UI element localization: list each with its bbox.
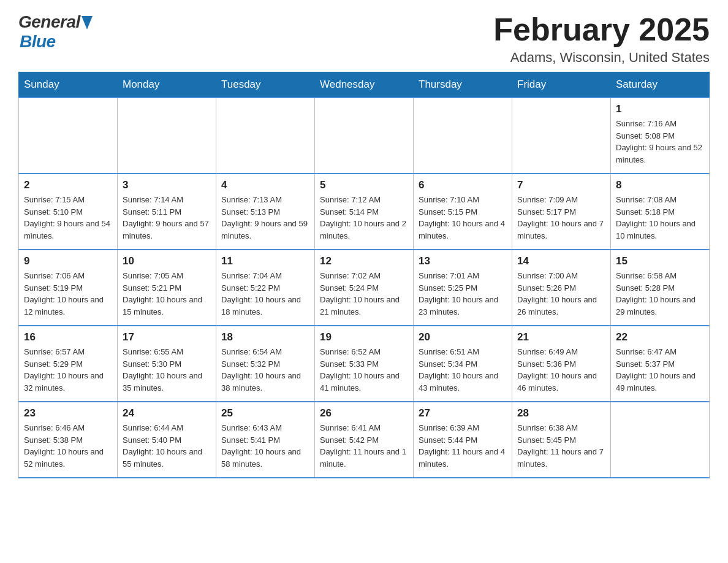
calendar-cell: 9Sunrise: 7:06 AMSunset: 5:19 PMDaylight… xyxy=(19,250,118,326)
calendar-week-3: 9Sunrise: 7:06 AMSunset: 5:19 PMDaylight… xyxy=(19,250,710,326)
calendar-cell: 22Sunrise: 6:47 AMSunset: 5:37 PMDayligh… xyxy=(611,326,710,402)
day-info: Sunrise: 7:01 AMSunset: 5:25 PMDaylight:… xyxy=(419,270,507,318)
calendar-cell: 16Sunrise: 6:57 AMSunset: 5:29 PMDayligh… xyxy=(19,326,118,402)
calendar-cell xyxy=(611,402,710,478)
calendar-cell: 7Sunrise: 7:09 AMSunset: 5:17 PMDaylight… xyxy=(512,174,611,250)
day-info: Sunrise: 7:02 AMSunset: 5:24 PMDaylight:… xyxy=(320,270,408,318)
calendar-cell: 25Sunrise: 6:43 AMSunset: 5:41 PMDayligh… xyxy=(216,402,315,478)
day-info: Sunrise: 7:14 AMSunset: 5:11 PMDaylight:… xyxy=(123,194,211,242)
calendar-cell: 19Sunrise: 6:52 AMSunset: 5:33 PMDayligh… xyxy=(315,326,414,402)
day-number: 15 xyxy=(616,255,704,267)
calendar-cell: 8Sunrise: 7:08 AMSunset: 5:18 PMDaylight… xyxy=(611,174,710,250)
day-info: Sunrise: 7:08 AMSunset: 5:18 PMDaylight:… xyxy=(616,194,704,242)
calendar-cell xyxy=(216,98,315,174)
day-info: Sunrise: 6:49 AMSunset: 5:36 PMDaylight:… xyxy=(517,346,605,394)
calendar-cell: 2Sunrise: 7:15 AMSunset: 5:10 PMDaylight… xyxy=(19,174,118,250)
day-info: Sunrise: 7:13 AMSunset: 5:13 PMDaylight:… xyxy=(221,194,309,242)
day-number: 27 xyxy=(419,407,507,419)
day-number: 23 xyxy=(24,407,112,419)
day-info: Sunrise: 6:58 AMSunset: 5:28 PMDaylight:… xyxy=(616,270,704,318)
calendar-cell xyxy=(118,98,216,174)
weekday-header-monday: Monday xyxy=(118,72,216,98)
calendar-cell: 24Sunrise: 6:44 AMSunset: 5:40 PMDayligh… xyxy=(118,402,216,478)
weekday-header-wednesday: Wednesday xyxy=(315,72,414,98)
calendar-header-row: SundayMondayTuesdayWednesdayThursdayFrid… xyxy=(19,72,710,98)
day-info: Sunrise: 7:06 AMSunset: 5:19 PMDaylight:… xyxy=(24,270,112,318)
calendar-cell: 11Sunrise: 7:04 AMSunset: 5:22 PMDayligh… xyxy=(216,250,315,326)
weekday-header-tuesday: Tuesday xyxy=(216,72,315,98)
day-info: Sunrise: 6:43 AMSunset: 5:41 PMDaylight:… xyxy=(221,422,309,470)
title-area: February 2025 Adams, Wisconsin, United S… xyxy=(493,12,710,66)
day-number: 13 xyxy=(419,255,507,267)
calendar-week-5: 23Sunrise: 6:46 AMSunset: 5:38 PMDayligh… xyxy=(19,402,710,478)
day-info: Sunrise: 6:51 AMSunset: 5:34 PMDaylight:… xyxy=(419,346,507,394)
day-info: Sunrise: 6:55 AMSunset: 5:30 PMDaylight:… xyxy=(123,346,211,394)
day-number: 21 xyxy=(517,331,605,343)
day-number: 16 xyxy=(24,331,112,343)
calendar-cell: 14Sunrise: 7:00 AMSunset: 5:26 PMDayligh… xyxy=(512,250,611,326)
month-title: February 2025 xyxy=(493,12,710,47)
calendar-cell: 23Sunrise: 6:46 AMSunset: 5:38 PMDayligh… xyxy=(19,402,118,478)
weekday-header-saturday: Saturday xyxy=(611,72,710,98)
day-info: Sunrise: 7:09 AMSunset: 5:17 PMDaylight:… xyxy=(517,194,605,242)
day-number: 7 xyxy=(517,179,605,191)
calendar-cell xyxy=(512,98,611,174)
day-info: Sunrise: 7:04 AMSunset: 5:22 PMDaylight:… xyxy=(221,270,309,318)
day-number: 14 xyxy=(517,255,605,267)
day-number: 17 xyxy=(123,331,211,343)
calendar-cell: 13Sunrise: 7:01 AMSunset: 5:25 PMDayligh… xyxy=(414,250,512,326)
calendar-cell: 4Sunrise: 7:13 AMSunset: 5:13 PMDaylight… xyxy=(216,174,315,250)
day-info: Sunrise: 6:44 AMSunset: 5:40 PMDaylight:… xyxy=(123,422,211,470)
weekday-header-thursday: Thursday xyxy=(414,72,512,98)
day-info: Sunrise: 7:12 AMSunset: 5:14 PMDaylight:… xyxy=(320,194,408,242)
day-info: Sunrise: 6:57 AMSunset: 5:29 PMDaylight:… xyxy=(24,346,112,394)
logo-blue-text: Blue xyxy=(20,32,56,51)
weekday-header-sunday: Sunday xyxy=(19,72,118,98)
day-number: 3 xyxy=(123,179,211,191)
svg-marker-0 xyxy=(82,16,93,29)
day-info: Sunrise: 6:46 AMSunset: 5:38 PMDaylight:… xyxy=(24,422,112,470)
day-number: 11 xyxy=(221,255,309,267)
calendar-cell: 17Sunrise: 6:55 AMSunset: 5:30 PMDayligh… xyxy=(118,326,216,402)
calendar-cell xyxy=(315,98,414,174)
weekday-header-friday: Friday xyxy=(512,72,611,98)
day-number: 1 xyxy=(616,103,704,115)
day-info: Sunrise: 7:10 AMSunset: 5:15 PMDaylight:… xyxy=(419,194,507,242)
calendar-cell: 1Sunrise: 7:16 AMSunset: 5:08 PMDaylight… xyxy=(611,98,710,174)
calendar-week-4: 16Sunrise: 6:57 AMSunset: 5:29 PMDayligh… xyxy=(19,326,710,402)
day-info: Sunrise: 6:41 AMSunset: 5:42 PMDaylight:… xyxy=(320,422,408,470)
calendar-cell: 15Sunrise: 6:58 AMSunset: 5:28 PMDayligh… xyxy=(611,250,710,326)
calendar-table: SundayMondayTuesdayWednesdayThursdayFrid… xyxy=(18,72,710,478)
page-header: General Blue February 2025 Adams, Wiscon… xyxy=(18,12,710,66)
day-number: 18 xyxy=(221,331,309,343)
logo: General Blue xyxy=(18,12,93,52)
day-number: 5 xyxy=(320,179,408,191)
day-number: 12 xyxy=(320,255,408,267)
day-number: 25 xyxy=(221,407,309,419)
calendar-cell: 5Sunrise: 7:12 AMSunset: 5:14 PMDaylight… xyxy=(315,174,414,250)
day-info: Sunrise: 6:39 AMSunset: 5:44 PMDaylight:… xyxy=(419,422,507,470)
day-info: Sunrise: 7:05 AMSunset: 5:21 PMDaylight:… xyxy=(123,270,211,318)
logo-general-text: General xyxy=(18,12,80,32)
day-info: Sunrise: 7:00 AMSunset: 5:26 PMDaylight:… xyxy=(517,270,605,318)
day-number: 2 xyxy=(24,179,112,191)
day-number: 20 xyxy=(419,331,507,343)
day-info: Sunrise: 7:15 AMSunset: 5:10 PMDaylight:… xyxy=(24,194,112,242)
day-number: 28 xyxy=(517,407,605,419)
day-info: Sunrise: 7:16 AMSunset: 5:08 PMDaylight:… xyxy=(616,118,704,166)
day-number: 22 xyxy=(616,331,704,343)
logo-arrow-icon xyxy=(82,16,93,29)
day-number: 9 xyxy=(24,255,112,267)
day-number: 19 xyxy=(320,331,408,343)
day-info: Sunrise: 6:52 AMSunset: 5:33 PMDaylight:… xyxy=(320,346,408,394)
calendar-cell: 26Sunrise: 6:41 AMSunset: 5:42 PMDayligh… xyxy=(315,402,414,478)
day-number: 8 xyxy=(616,179,704,191)
calendar-cell: 27Sunrise: 6:39 AMSunset: 5:44 PMDayligh… xyxy=(414,402,512,478)
calendar-cell: 6Sunrise: 7:10 AMSunset: 5:15 PMDaylight… xyxy=(414,174,512,250)
day-number: 6 xyxy=(419,179,507,191)
calendar-cell: 20Sunrise: 6:51 AMSunset: 5:34 PMDayligh… xyxy=(414,326,512,402)
calendar-cell: 28Sunrise: 6:38 AMSunset: 5:45 PMDayligh… xyxy=(512,402,611,478)
calendar-week-1: 1Sunrise: 7:16 AMSunset: 5:08 PMDaylight… xyxy=(19,98,710,174)
location-subtitle: Adams, Wisconsin, United States xyxy=(493,50,710,66)
day-number: 4 xyxy=(221,179,309,191)
